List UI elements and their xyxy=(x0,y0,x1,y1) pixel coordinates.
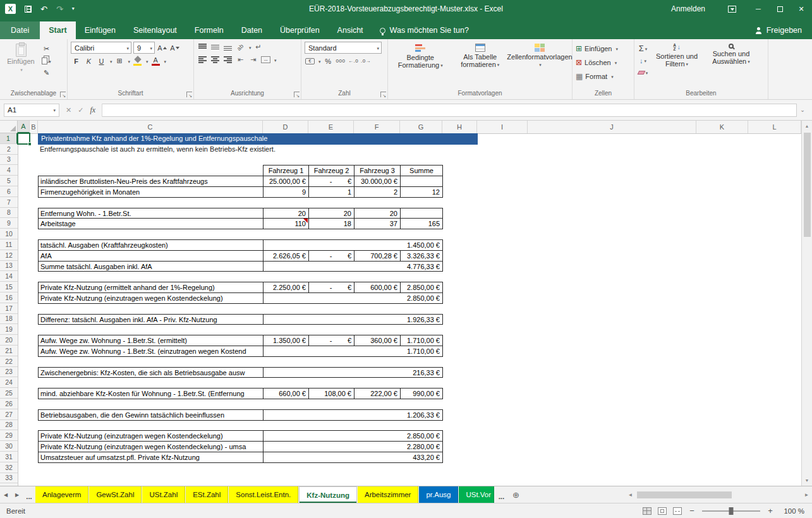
borders-button[interactable]: ⊞ xyxy=(114,56,125,66)
row-header-1[interactable]: 1 xyxy=(0,133,18,144)
tell-me-box[interactable]: Was möchten Sie tun? xyxy=(372,21,476,39)
cell-E5[interactable]: - € xyxy=(308,176,354,187)
zoom-slider[interactable] xyxy=(702,510,760,512)
format-painter-button[interactable]: ✎ xyxy=(41,68,52,78)
row-header-21[interactable]: 21 xyxy=(0,346,18,356)
cell-C2[interactable]: Entfernungspauschale ist auch zu ermitte… xyxy=(38,144,443,155)
cell-D23[interactable]: 216,33 € xyxy=(263,367,443,378)
column-header-H[interactable]: H xyxy=(442,121,477,133)
cell-C12[interactable]: AfA xyxy=(38,250,264,262)
merge-center-button[interactable] xyxy=(260,54,271,65)
ribbon-display-options-icon[interactable] xyxy=(728,6,736,13)
close-button[interactable]: ✕ xyxy=(791,0,812,18)
cell-G12[interactable]: 3.326,33 € xyxy=(400,250,443,262)
cell-C18[interactable]: Differenz: tatsächl. Ausgaben inkl. AfA … xyxy=(38,314,264,325)
column-header-C[interactable]: C xyxy=(38,121,263,133)
cell-D11[interactable]: 1.450,00 € xyxy=(263,239,443,251)
cell-C11[interactable]: tatsächl. Ausgaben (Kraftfahrzeugkosten) xyxy=(38,239,264,251)
font-dialog-launcher[interactable] xyxy=(186,92,192,97)
cell-G6[interactable]: 12 xyxy=(400,186,443,198)
zoom-out-button[interactable]: − xyxy=(688,506,696,515)
column-header-E[interactable]: E xyxy=(308,121,354,133)
sheet-tab-est-zahl[interactable]: ESt.Zahl xyxy=(186,486,228,503)
column-header-K[interactable]: K xyxy=(696,121,748,133)
sheet-tab-arbeitszimmer[interactable]: Arbeitszimmer xyxy=(358,486,418,503)
sheet-overflow-left[interactable]: ... xyxy=(23,486,35,503)
cell-C13[interactable]: Summe tatsächl. Ausgaben inkl. AfA xyxy=(38,261,264,272)
cell-C9[interactable]: Arbeitstage xyxy=(38,218,264,229)
ribbon-tab-datei[interactable]: Datei xyxy=(0,21,40,39)
page-layout-view-button[interactable] xyxy=(658,507,667,515)
cell-F15[interactable]: 600,00 € xyxy=(354,282,401,293)
sheet-scroll-left-button[interactable]: ◀ xyxy=(0,486,11,503)
enter-button[interactable]: ✓ xyxy=(78,106,83,114)
cell-C20[interactable]: Aufw. Wege zw. Wohnung - 1.Betr.St. (erm… xyxy=(38,335,264,346)
decrease-decimal-button[interactable]: .0→ xyxy=(361,56,372,66)
scroll-right-icon[interactable]: ► xyxy=(801,492,812,498)
autosum-button[interactable]: Σ xyxy=(638,43,648,54)
normal-view-button[interactable] xyxy=(643,507,651,515)
name-box[interactable]: A1 xyxy=(4,104,59,117)
orientation-dropdown-icon[interactable] xyxy=(249,44,251,51)
merge-dropdown-icon[interactable] xyxy=(274,56,277,64)
ribbon-tab-start[interactable]: Start xyxy=(40,21,75,39)
copy-button[interactable] xyxy=(41,56,52,66)
cell-E9[interactable]: 18 xyxy=(308,218,354,229)
cell-C27[interactable]: Betriebsausgaben, die den Gewinn tatsäch… xyxy=(38,409,264,421)
cell-F20[interactable]: 360,00 € xyxy=(354,335,401,346)
align-top-button[interactable] xyxy=(197,42,208,52)
ribbon-tab-ansicht[interactable]: Ansicht xyxy=(329,21,372,39)
row-header-16[interactable]: 16 xyxy=(0,292,18,303)
conditional-formatting-button[interactable]: Bedingte Formatierung xyxy=(391,42,449,88)
redo-icon[interactable]: ↷ xyxy=(56,5,63,13)
sheet-scroll-right-button[interactable]: ▶ xyxy=(11,486,23,503)
font-color-button[interactable]: A xyxy=(150,56,161,66)
insert-function-button[interactable]: fx xyxy=(90,105,95,115)
decrease-indent-button[interactable]: ⇤ xyxy=(235,54,246,65)
name-box-dropdown-icon[interactable] xyxy=(53,106,56,114)
cell-E15[interactable]: - € xyxy=(308,282,354,293)
zoom-level[interactable]: 100 % xyxy=(780,507,804,515)
cell-F6[interactable]: 2 xyxy=(354,186,401,198)
cut-button[interactable]: ✂ xyxy=(41,44,52,54)
cell-C6[interactable]: Firmenzugehörigkeit in Monaten xyxy=(38,186,264,198)
percent-style-button[interactable]: % xyxy=(323,56,334,66)
sheet-tab-gewst-zahl[interactable]: GewSt.Zahl xyxy=(89,486,142,503)
row-header-24[interactable]: 24 xyxy=(0,377,18,388)
cell-styles-button[interactable]: Zellenformatvorlagen xyxy=(511,42,569,88)
fill-color-dropdown-icon[interactable] xyxy=(146,57,148,65)
cell-D6[interactable]: 9 xyxy=(263,186,309,198)
grow-font-button[interactable] xyxy=(157,42,167,53)
customize-quick-access-icon[interactable]: ▾ xyxy=(72,6,75,11)
row-header-3[interactable]: 3 xyxy=(0,155,18,166)
cell-D21[interactable]: 1.710,00 € xyxy=(263,346,443,357)
cell-C31[interactable]: Umsatzsteuer auf umsatzst.pfl. Private K… xyxy=(38,452,264,463)
sheet-tab-ust-vor[interactable]: USt.Vor xyxy=(459,486,494,503)
row-header-10[interactable]: 10 xyxy=(0,229,18,239)
underline-dropdown-icon[interactable] xyxy=(110,57,112,65)
cell-C15[interactable]: Private Kfz-Nutzung (ermittelt anhand de… xyxy=(38,282,264,293)
save-icon[interactable] xyxy=(25,6,32,13)
row-header-6[interactable]: 6 xyxy=(0,186,18,197)
cell-C25[interactable]: mind. abziehbare Kfz-Kosten für Wohnung … xyxy=(38,388,264,399)
row-header-7[interactable]: 7 xyxy=(0,197,18,208)
row-header-25[interactable]: 25 xyxy=(0,388,18,399)
row-header-22[interactable]: 22 xyxy=(0,356,18,367)
comma-style-button[interactable]: 000 xyxy=(336,56,346,66)
cell-E25[interactable]: 108,00 € xyxy=(308,388,354,399)
column-header-F[interactable]: F xyxy=(354,121,400,133)
cell-D16[interactable]: 2.850,00 € xyxy=(263,292,443,304)
row-header-18[interactable]: 18 xyxy=(0,314,18,325)
align-center-button[interactable] xyxy=(210,54,221,65)
cell-C21[interactable]: Aufw. Wege zw. Wohnung - 1.Betr.St. (ein… xyxy=(38,346,264,357)
sheet-tab-pr-ausg[interactable]: pr.Ausg xyxy=(419,486,458,503)
scroll-down-icon[interactable]: ▼ xyxy=(805,475,809,486)
underline-button[interactable]: U xyxy=(96,56,107,66)
cell-D29[interactable]: 2.850,00 € xyxy=(263,430,443,442)
cell-D9[interactable]: 110 xyxy=(263,218,309,229)
paste-button[interactable]: Einfügen xyxy=(3,42,39,88)
cell-F5[interactable]: 30.000,00 € xyxy=(354,176,401,187)
alignment-dialog-launcher[interactable] xyxy=(294,92,300,97)
format-as-table-button[interactable]: Als Tabelle formatieren xyxy=(452,42,508,88)
cell-F9[interactable]: 37 xyxy=(354,218,401,229)
